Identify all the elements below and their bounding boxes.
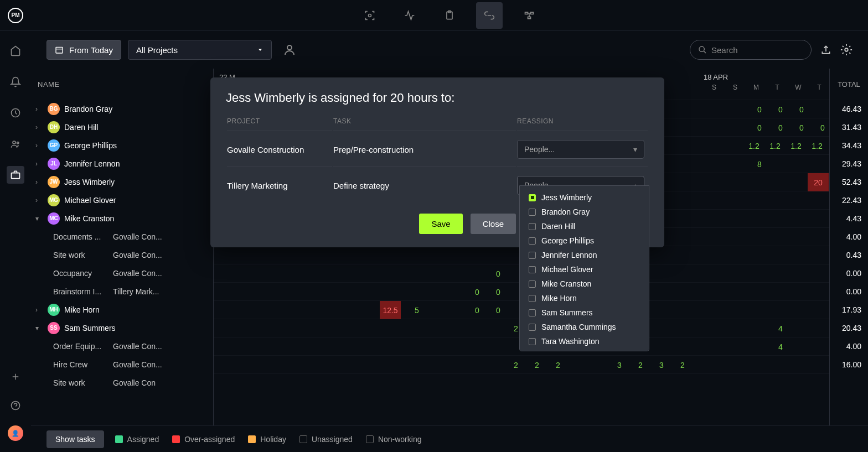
- checkbox[interactable]: [529, 324, 536, 331]
- activity-icon[interactable]: [396, 2, 423, 29]
- show-tasks-button[interactable]: Show tasks: [46, 430, 104, 448]
- workload-cell[interactable]: 12.5: [380, 301, 401, 319]
- clock-icon[interactable]: [7, 104, 24, 122]
- checkbox[interactable]: [529, 295, 536, 302]
- checkbox[interactable]: [529, 194, 536, 201]
- workload-cell[interactable]: 2: [505, 356, 526, 374]
- workload-cell[interactable]: 0: [791, 118, 812, 137]
- task-row[interactable]: Site workGovalle Con...: [31, 246, 213, 264]
- workload-cell[interactable]: 0: [749, 100, 770, 118]
- export-icon[interactable]: [820, 44, 831, 55]
- dropdown-person-item[interactable]: George Phillips: [520, 233, 649, 248]
- workload-cell[interactable]: 4: [770, 337, 791, 356]
- workload-cell[interactable]: 0: [488, 264, 509, 283]
- expand-chevron[interactable]: ›: [35, 306, 43, 314]
- task-row[interactable]: Order Equip...Govalle Con...: [31, 337, 213, 355]
- workload-cell[interactable]: 4: [770, 319, 791, 337]
- save-button[interactable]: Save: [419, 214, 462, 234]
- dropdown-person-item[interactable]: Brandon Gray: [520, 205, 649, 219]
- clipboard-icon[interactable]: [436, 2, 463, 29]
- person-row[interactable]: ›MGMichael Glover: [31, 191, 213, 209]
- dropdown-person-item[interactable]: Mike Cranston: [520, 277, 649, 291]
- workload-cell[interactable]: 0: [467, 301, 488, 319]
- workload-cell[interactable]: 2: [526, 356, 547, 374]
- flow-icon[interactable]: [516, 2, 542, 29]
- person-row[interactable]: ›JLJennifer Lennon: [31, 154, 213, 173]
- workload-cell[interactable]: 0: [467, 283, 488, 301]
- checkbox[interactable]: [529, 209, 536, 216]
- logo[interactable]: PM: [0, 0, 31, 31]
- checkbox[interactable]: [529, 223, 536, 230]
- dropdown-person-item[interactable]: Jess Wimberly: [520, 190, 649, 205]
- workload-cell[interactable]: 1.2: [807, 137, 828, 155]
- dropdown-person-item[interactable]: Jennifer Lennon: [520, 248, 649, 262]
- workload-cell[interactable]: 3: [651, 356, 672, 374]
- from-today-button[interactable]: From Today: [46, 40, 121, 60]
- person-row[interactable]: ›BGBrandon Gray: [31, 100, 213, 118]
- home-icon[interactable]: [7, 42, 24, 60]
- person-row[interactable]: ›MHMike Horn: [31, 300, 213, 319]
- expand-chevron[interactable]: ›: [35, 142, 43, 149]
- workload-cell[interactable]: 1.2: [743, 137, 764, 155]
- workload-cell[interactable]: 0: [488, 283, 509, 301]
- workload-cell[interactable]: 1.2: [786, 137, 807, 155]
- help-icon[interactable]: [7, 397, 24, 414]
- workload-cell[interactable]: 20: [808, 173, 829, 191]
- expand-chevron[interactable]: ›: [35, 178, 43, 186]
- checkbox[interactable]: [529, 252, 536, 259]
- workload-cell[interactable]: 2: [547, 356, 569, 374]
- user-avatar[interactable]: 👤: [8, 425, 23, 441]
- dropdown-person-item[interactable]: Michael Glover: [520, 262, 649, 277]
- workload-cell[interactable]: 0: [770, 100, 791, 118]
- task-row[interactable]: Site workGovalle Con: [31, 373, 213, 392]
- briefcase-icon[interactable]: [7, 166, 24, 184]
- people-dropdown[interactable]: Jess WimberlyBrandon GrayDaren HillGeorg…: [519, 185, 649, 351]
- expand-chevron[interactable]: ›: [35, 105, 43, 113]
- workload-cell[interactable]: 5: [406, 301, 427, 319]
- person-row[interactable]: ›DHDaren Hill: [31, 118, 213, 136]
- workload-cell[interactable]: 0: [770, 118, 791, 137]
- dropdown-person-item[interactable]: Sam Summers: [520, 305, 649, 320]
- workload-cell[interactable]: 0: [488, 301, 509, 319]
- workload-cell[interactable]: 0: [749, 118, 770, 137]
- expand-chevron[interactable]: ▾: [35, 324, 43, 332]
- scan-icon[interactable]: [356, 2, 383, 29]
- expand-chevron[interactable]: ›: [35, 123, 43, 131]
- dropdown-person-item[interactable]: Tara Washington: [520, 334, 649, 349]
- workload-cell[interactable]: 0: [812, 118, 829, 137]
- task-row[interactable]: Documents ...Govalle Con...: [31, 227, 213, 246]
- person-row[interactable]: ›GPGeorge Phillips: [31, 136, 213, 154]
- projects-filter-dropdown[interactable]: All Projects: [128, 40, 272, 60]
- workload-cell[interactable]: 2: [630, 356, 651, 374]
- dropdown-person-item[interactable]: Daren Hill: [520, 219, 649, 233]
- person-filter-icon[interactable]: [283, 43, 296, 56]
- expand-chevron[interactable]: ›: [35, 160, 43, 168]
- workload-cell[interactable]: 3: [609, 356, 630, 374]
- expand-chevron[interactable]: ▾: [35, 215, 43, 222]
- workload-cell[interactable]: 0: [791, 100, 812, 118]
- person-row[interactable]: ▾SSSam Summers: [31, 319, 213, 337]
- workload-cell[interactable]: 2: [672, 356, 693, 374]
- workload-cell[interactable]: 8: [749, 155, 770, 173]
- reassign-select[interactable]: People...▾: [517, 140, 644, 159]
- dropdown-person-item[interactable]: Mike Horn: [520, 291, 649, 305]
- checkbox[interactable]: [529, 338, 536, 345]
- workload-cell[interactable]: 1.2: [764, 137, 786, 155]
- link-icon[interactable]: [476, 2, 503, 29]
- task-row[interactable]: Brainstorm I...Tillery Mark...: [31, 282, 213, 300]
- bell-icon[interactable]: [7, 73, 24, 91]
- person-row[interactable]: ›JWJess Wimberly: [31, 173, 213, 191]
- person-row[interactable]: ▾MCMike Cranston: [31, 209, 213, 227]
- checkbox[interactable]: [529, 309, 536, 316]
- search-input[interactable]: Search: [690, 40, 812, 60]
- dropdown-person-item[interactable]: Samantha Cummings: [520, 320, 649, 334]
- expand-chevron[interactable]: ›: [35, 196, 43, 204]
- checkbox[interactable]: [529, 266, 536, 273]
- task-row[interactable]: OccupancyGovalle Con...: [31, 264, 213, 282]
- checkbox[interactable]: [529, 237, 536, 245]
- close-button[interactable]: Close: [471, 214, 516, 234]
- task-row[interactable]: Hire CrewGovalle Con...: [31, 355, 213, 373]
- people-icon[interactable]: [7, 135, 24, 153]
- settings-icon[interactable]: [840, 44, 852, 56]
- plus-icon[interactable]: [7, 368, 24, 386]
